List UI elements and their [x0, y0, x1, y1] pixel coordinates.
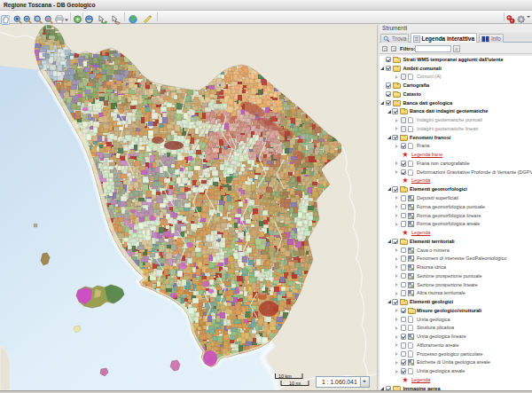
svg-text:10 km: 10 km — [278, 373, 292, 379]
svg-text:10 mi: 10 mi — [289, 381, 301, 386]
